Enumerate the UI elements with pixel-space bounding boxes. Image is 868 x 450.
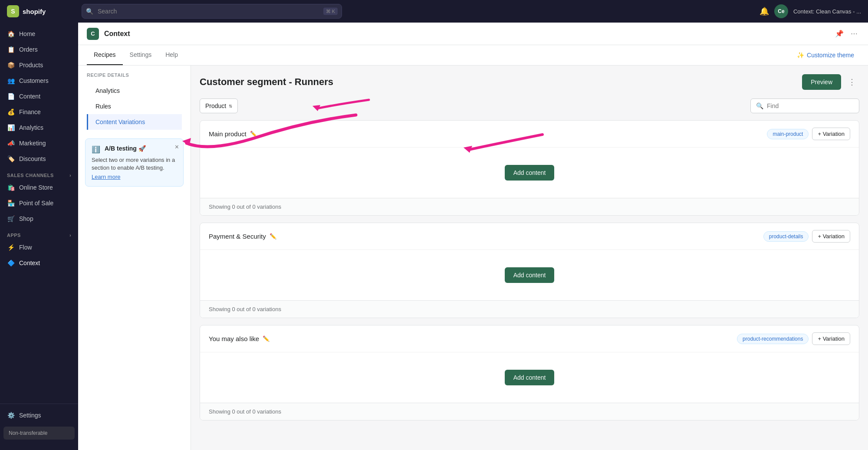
- discounts-icon: 🏷️: [7, 155, 15, 163]
- avatar[interactable]: Ce: [774, 4, 788, 18]
- app-header-actions: 📌 ⋯: [833, 28, 859, 39]
- sidebar-item-point-of-sale[interactable]: 🏪 Point of Sale: [0, 195, 78, 211]
- edit-main-product-icon[interactable]: ✏️: [250, 131, 257, 137]
- sidebar-item-flow[interactable]: ⚡ Flow: [0, 240, 78, 255]
- left-panel: RECIPE DETAILS Analytics Rules Content V…: [78, 66, 191, 450]
- add-content-main-product[interactable]: Add content: [505, 165, 555, 181]
- preview-button[interactable]: Preview: [802, 74, 841, 90]
- sidebar-item-home[interactable]: 🏠 Home: [0, 26, 78, 42]
- pin-button[interactable]: 📌: [833, 28, 845, 39]
- info-icon: ℹ️: [92, 145, 100, 154]
- sidebar-label-point-of-sale: Point of Sale: [19, 200, 53, 207]
- more-actions-button[interactable]: ⋮: [845, 76, 859, 89]
- section-header-main-product: Main product ✏️ main-product + Variation: [200, 121, 859, 148]
- sidebar-label-online-store: Online Store: [19, 184, 53, 191]
- find-search-icon: 🔍: [756, 102, 763, 109]
- notification-bell-icon[interactable]: 🔔: [760, 7, 769, 16]
- sidebar-label-settings: Settings: [19, 412, 41, 419]
- tab-recipes[interactable]: Recipes: [87, 45, 123, 65]
- sidebar-item-shop[interactable]: 🛒 Shop: [0, 211, 78, 227]
- section-tags-main-product: main-product + Variation: [767, 128, 850, 140]
- sales-channels-label: Sales channels: [7, 173, 54, 178]
- recipe-details-label: RECIPE DETAILS: [87, 72, 182, 78]
- main-area: C Context 📌 ⋯ Recipes Settings Help ✨: [78, 23, 868, 450]
- search-input[interactable]: [82, 4, 342, 19]
- section-you-may-also-like: You may also like ✏️ product-recommendat…: [200, 325, 859, 420]
- sidebar-label-analytics: Analytics: [19, 124, 43, 131]
- find-input[interactable]: [767, 102, 854, 109]
- product-dropdown[interactable]: Product ⇅: [200, 99, 238, 113]
- chevron-down-icon: ⇅: [229, 104, 232, 108]
- sidebar-item-products[interactable]: 📦 Products: [0, 57, 78, 73]
- tab-settings[interactable]: Settings: [123, 45, 159, 65]
- shopify-brand-name: shopify: [23, 8, 46, 15]
- sidebar-label-customers: Customers: [19, 77, 49, 84]
- expand-icon: ›: [69, 173, 71, 178]
- section-title-main-product: Main product ✏️: [209, 130, 767, 138]
- sidebar-item-marketing[interactable]: 📣 Marketing: [0, 135, 78, 151]
- sidebar-label-context: Context: [19, 259, 40, 266]
- section-body-main-product: Add content: [200, 148, 859, 198]
- tabs-bar: Recipes Settings Help ✨ Customize theme: [78, 45, 868, 66]
- ab-testing-card: ℹ️ A/B testing 🚀 × Select two or more va…: [85, 138, 184, 187]
- sidebar-item-customers[interactable]: 👥 Customers: [0, 73, 78, 89]
- section-footer-main-product: Showing 0 out of 0 variations: [200, 198, 859, 215]
- sidebar-label-home: Home: [19, 30, 35, 37]
- page-title-row: Customer segment - Runners Preview ⋮: [200, 74, 859, 90]
- recipe-nav-content-variations[interactable]: Content Variations: [87, 114, 182, 130]
- section-body-payment-security: Add content: [200, 250, 859, 300]
- edit-payment-security-icon[interactable]: ✏️: [270, 233, 276, 240]
- apps-section: Apps ›: [0, 227, 78, 240]
- recipe-nav-rules[interactable]: Rules: [87, 99, 182, 114]
- sidebar-item-discounts[interactable]: 🏷️ Discounts: [0, 151, 78, 167]
- marketing-icon: 📣: [7, 139, 15, 147]
- non-transferable-text: Non-transferable: [9, 430, 47, 436]
- filter-row: Product ⇅ 🔍: [200, 99, 859, 113]
- ab-close-button[interactable]: ×: [175, 143, 179, 151]
- sidebar-item-online-store[interactable]: 🛍️ Online Store: [0, 180, 78, 195]
- apps-label: Apps: [7, 233, 21, 238]
- find-input-wrap[interactable]: 🔍: [750, 99, 859, 113]
- section-header-you-may-also-like: You may also like ✏️ product-recommendat…: [200, 325, 859, 352]
- context-label: Context: Clean Canvas - ...: [793, 8, 861, 15]
- customize-theme-icon: ✨: [797, 52, 804, 59]
- search-bar[interactable]: 🔍 ⌘ K: [82, 4, 342, 19]
- products-icon: 📦: [7, 61, 15, 69]
- apps-expand-icon: ›: [69, 233, 71, 238]
- sidebar-label-orders: Orders: [19, 46, 38, 53]
- sidebar-item-finance[interactable]: 💰 Finance: [0, 104, 78, 120]
- sidebar-item-settings[interactable]: ⚙️ Settings: [0, 407, 78, 423]
- tab-help[interactable]: Help: [158, 45, 185, 65]
- sidebar-item-analytics[interactable]: 📊 Analytics: [0, 120, 78, 135]
- sidebar: 🏠 Home 📋 Orders 📦 Products 👥 Customers 📄…: [0, 23, 78, 450]
- home-icon: 🏠: [7, 30, 15, 38]
- section-title-you-may-also-like: You may also like ✏️: [209, 335, 737, 342]
- section-tags-you-may-also-like: product-recommendations + Variation: [737, 332, 850, 345]
- recipe-nav-analytics[interactable]: Analytics: [87, 83, 182, 99]
- add-variation-payment-security[interactable]: + Variation: [812, 230, 850, 243]
- ab-learn-more-link[interactable]: Learn more: [92, 174, 177, 180]
- page-title-actions: Preview ⋮: [802, 74, 859, 90]
- ab-card-header: ℹ️ A/B testing 🚀 ×: [92, 145, 177, 154]
- point-of-sale-icon: 🏪: [7, 199, 15, 207]
- online-store-icon: 🛍️: [7, 184, 15, 191]
- shopify-logo[interactable]: S shopify: [7, 5, 76, 17]
- add-variation-you-may-also-like[interactable]: + Variation: [812, 332, 850, 345]
- add-content-you-may-also-like[interactable]: Add content: [505, 370, 555, 385]
- shopify-logo-mark: S: [7, 5, 19, 17]
- sales-channels-section: Sales channels ›: [0, 167, 78, 180]
- settings-icon: ⚙️: [7, 411, 15, 419]
- right-panel: Customer segment - Runners Preview ⋮ Pro…: [191, 66, 868, 450]
- sidebar-item-content[interactable]: 📄 Content: [0, 89, 78, 104]
- sidebar-item-context[interactable]: 🔷 Context: [0, 255, 78, 271]
- add-variation-main-product[interactable]: + Variation: [812, 128, 850, 140]
- customize-theme-button[interactable]: ✨ Customize theme: [792, 48, 859, 62]
- sidebar-label-flow: Flow: [19, 244, 32, 251]
- more-options-button[interactable]: ⋯: [849, 28, 859, 39]
- topbar: S shopify 🔍 ⌘ K 🔔 Ce Context: Clean Canv…: [0, 0, 868, 23]
- section-payment-security: Payment & Security ✏️ product-details + …: [200, 223, 859, 318]
- add-content-payment-security[interactable]: Add content: [505, 267, 555, 283]
- sidebar-label-shop: Shop: [19, 215, 33, 222]
- edit-you-may-also-like-icon[interactable]: ✏️: [263, 335, 270, 342]
- sidebar-item-orders[interactable]: 📋 Orders: [0, 42, 78, 57]
